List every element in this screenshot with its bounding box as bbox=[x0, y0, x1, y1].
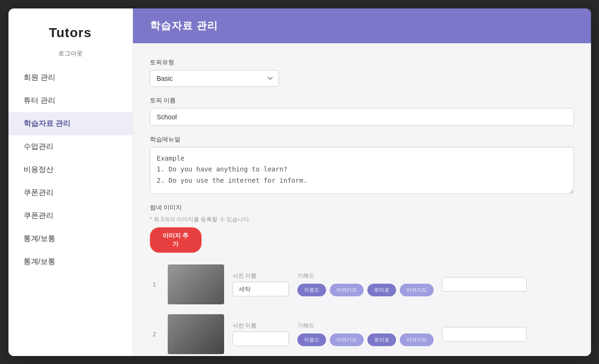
topic-type-group: 토픽유형 Basic Advanced Intermediate bbox=[150, 58, 574, 87]
actions-col-label: 기해드 bbox=[297, 272, 434, 280]
main-content: 학습자료 관리 토픽유형 Basic Advanced Intermediate… bbox=[133, 8, 591, 356]
app-logo: Tutors bbox=[8, 25, 132, 40]
action-btn-2[interactable]: 이야기드 bbox=[330, 284, 364, 296]
action-btn-1[interactable]: 지원드 bbox=[297, 284, 326, 296]
image-name-col-label: 사진 이름 bbox=[233, 272, 289, 280]
sidebar-item-fee[interactable]: 비용정산 bbox=[8, 158, 132, 181]
logout-button[interactable]: 로그아웃 bbox=[58, 49, 83, 58]
action-btn-3[interactable]: 로미로 bbox=[367, 333, 396, 346]
sidebar-item-class2[interactable]: 쿠폰관리 bbox=[8, 204, 132, 227]
topic-type-select[interactable]: Basic Advanced Intermediate bbox=[150, 70, 279, 87]
image-actions-group: 기해드 지원드 이야기드 로미로 이야기드 bbox=[297, 322, 434, 346]
sidebar-item-member[interactable]: 회원 관리 bbox=[8, 66, 132, 89]
topic-name-input[interactable] bbox=[150, 108, 574, 126]
image-thumbnail bbox=[168, 264, 224, 304]
image-name-group: 사진 이름 bbox=[233, 272, 289, 296]
form-content: 토픽유형 Basic Advanced Intermediate 토픽 이름 학… bbox=[133, 43, 591, 356]
action-buttons: 지원드 이야기드 로미로 이야기드 bbox=[297, 284, 434, 296]
row-number: 1 bbox=[150, 281, 159, 288]
sidebar: Tutors 로그아웃 회원 관리 튜터 관리 학습자료 관리 수업관리 비용정… bbox=[8, 8, 133, 356]
add-image-button[interactable]: 이미지 추가 bbox=[150, 227, 202, 253]
topic-name-group: 토픽 이름 bbox=[150, 96, 574, 126]
sidebar-item-class[interactable]: 수업관리 bbox=[8, 135, 132, 158]
thumbnail-label: 썸네 이미지 bbox=[150, 203, 574, 212]
topic-type-label: 토픽유형 bbox=[150, 58, 574, 67]
thumbnail-section: 썸네 이미지 * 최 3개의 이미지를 등록할 수 있습니다. 이미지 추가 1… bbox=[150, 203, 574, 356]
sidebar-item-stats1[interactable]: 통계/보통 bbox=[8, 227, 132, 250]
action-buttons: 지원드 이야기드 로미로 이야기드 bbox=[297, 333, 434, 346]
sidebar-item-tutor[interactable]: 튜터 관리 bbox=[8, 89, 132, 112]
image-name-input[interactable] bbox=[233, 282, 289, 296]
image-name-input[interactable] bbox=[233, 332, 289, 346]
page-title: 학습자료 관리 bbox=[150, 19, 574, 33]
image-actions-group: 기해드 지원드 이야기드 로미로 이야기드 bbox=[297, 272, 434, 296]
image-name-group: 사진 이름 bbox=[233, 322, 289, 346]
logo-area: Tutors bbox=[8, 8, 132, 49]
action-btn-1[interactable]: 지원드 bbox=[297, 333, 326, 346]
row-number: 2 bbox=[150, 331, 159, 338]
learning-menu-textarea[interactable]: Example 1. Do you have anything to learn… bbox=[150, 147, 574, 194]
topic-name-label: 토픽 이름 bbox=[150, 96, 574, 105]
image-extra-input[interactable] bbox=[442, 327, 527, 341]
table-row: 2 사진 이름 기해드 지원드 이야기드 bbox=[150, 309, 574, 356]
actions-col-label: 기해드 bbox=[297, 322, 434, 330]
sidebar-item-coupon[interactable]: 쿠폰관리 bbox=[8, 181, 132, 204]
learning-menu-label: 학습메뉴얼 bbox=[150, 135, 574, 144]
thumb-preview bbox=[168, 264, 224, 304]
action-btn-3[interactable]: 로미로 bbox=[367, 284, 396, 296]
action-btn-4[interactable]: 이야기드 bbox=[400, 333, 434, 346]
thumbnail-hint: * 최 3개의 이미지를 등록할 수 있습니다. bbox=[150, 216, 574, 224]
image-name-col-label: 사진 이름 bbox=[233, 322, 289, 330]
action-btn-2[interactable]: 이야기드 bbox=[330, 333, 364, 346]
action-btn-4[interactable]: 이야기드 bbox=[400, 284, 434, 296]
image-thumbnail bbox=[168, 314, 224, 354]
sidebar-item-stats2[interactable]: 통계/보통 bbox=[8, 250, 132, 273]
image-extra-input[interactable] bbox=[442, 277, 527, 292]
user-area: 로그아웃 bbox=[8, 49, 132, 58]
sidebar-item-learning[interactable]: 학습자료 관리 bbox=[8, 112, 132, 135]
thumb-preview bbox=[168, 314, 224, 354]
sidebar-nav: 회원 관리 튜터 관리 학습자료 관리 수업관리 비용정산 쿠폰관리 쿠폰관리 … bbox=[8, 66, 132, 273]
main-header: 학습자료 관리 bbox=[133, 8, 591, 43]
image-table: 1 사진 이름 기해드 지원드 이야기드 bbox=[150, 259, 574, 356]
table-row: 1 사진 이름 기해드 지원드 이야기드 bbox=[150, 259, 574, 309]
learning-menu-group: 학습메뉴얼 Example 1. Do you have anything to… bbox=[150, 135, 574, 194]
